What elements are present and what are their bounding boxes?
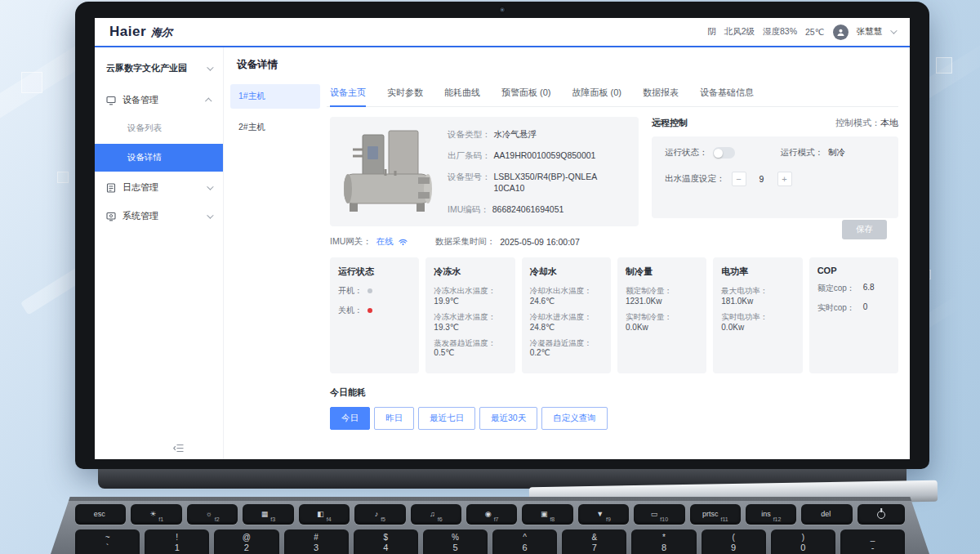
keyboard-key[interactable]: prtscf11 xyxy=(690,504,741,525)
metric-value: 0.2℃ xyxy=(530,348,603,357)
run-mode-value: 制冷 xyxy=(828,147,845,159)
energy-title: 今日能耗 xyxy=(330,386,898,399)
imu-gateway-status: 在线 xyxy=(376,236,394,248)
device-item[interactable]: 2#主机 xyxy=(230,115,320,140)
card-title: 电功率 xyxy=(721,266,794,278)
keyboard-key[interactable]: #3 xyxy=(284,529,349,554)
run-state-toggle[interactable] xyxy=(713,147,735,159)
log-management-icon xyxy=(106,183,116,193)
keyboard-key[interactable]: esc xyxy=(75,504,126,525)
keyboard-key[interactable]: &7 xyxy=(562,529,626,554)
tab[interactable]: 设备主页 xyxy=(330,79,366,106)
haier-logo: Haier 海尔 xyxy=(109,24,172,40)
keyboard-key[interactable]: )0 xyxy=(771,529,835,554)
keyboard-key[interactable]: ◧f4 xyxy=(299,504,350,525)
logo-text-en: Haier xyxy=(109,24,146,40)
main-content: 设备详情 1#主机2#主机 设备主页实时参数能耗曲线预警面板 (0)故障面板 (… xyxy=(224,47,910,459)
sidebar-item-device-management[interactable]: 设备管理 xyxy=(95,86,223,114)
metric-value: 6.8 xyxy=(863,283,875,294)
sidebar-item-system-management[interactable]: 系统管理 xyxy=(95,202,223,230)
imu-gateway-label: IMU网关： xyxy=(330,236,372,248)
keyboard-key[interactable]: !1 xyxy=(145,529,209,554)
keyboard-key[interactable]: ☼f2 xyxy=(187,504,238,525)
temp-set-value: 9 xyxy=(751,174,773,184)
sidebar-item-log-management[interactable]: 日志管理 xyxy=(95,173,223,202)
energy-range-button[interactable]: 自定义查询 xyxy=(541,407,608,430)
keyboard-key[interactable]: $4 xyxy=(354,529,418,554)
temp-decrease-button[interactable]: − xyxy=(732,172,746,186)
metric-value: 0.0Kw xyxy=(721,323,794,332)
keyboard-key[interactable]: ▭f10 xyxy=(634,504,684,525)
keyboard-key[interactable]: ▼f9 xyxy=(578,504,629,525)
keyboard-key[interactable]: *8 xyxy=(631,529,696,554)
remote-control-panel: 远程控制 控制模式：本地 运行状态： xyxy=(652,117,898,226)
weather-humidity: 湿度83% xyxy=(763,26,797,38)
tab[interactable]: 故障面板 (0) xyxy=(572,79,622,106)
run-mode-label: 运行模式： xyxy=(781,147,824,159)
card-electric-power: 电功率 最大电功率： 181.0Kw 实时电功率： 0.0Kw xyxy=(713,257,802,373)
metric-label: 实时电功率： xyxy=(721,311,794,323)
keyboard-key[interactable]: (9 xyxy=(702,529,766,554)
keyboard-key[interactable]: %5 xyxy=(423,529,488,554)
card-cooling-water: 冷却水 冷却水出水温度： 24.6℃ 冷却水进水温度： 24.8℃ 冷凝器趋近温… xyxy=(522,257,611,373)
imu-code-value: 866824061694051 xyxy=(492,203,564,215)
remote-control-card: 运行状态： 运行模式： 制冷 xyxy=(652,136,898,218)
power-icon xyxy=(877,511,885,519)
user-avatar[interactable] xyxy=(833,25,849,40)
imu-code-label: IMU编码： xyxy=(448,203,489,215)
keyboard-key[interactable]: ~` xyxy=(75,529,140,554)
status-dot-red xyxy=(368,308,372,313)
energy-range-button[interactable]: 最近30天 xyxy=(479,407,537,430)
keyboard-key[interactable]: del xyxy=(801,504,852,525)
metric-value: 181.0Kw xyxy=(721,297,794,306)
water-temp-set-label: 出水温度设定： xyxy=(665,173,725,185)
tab-bar: 设备主页实时参数能耗曲线预警面板 (0)故障面板 (0)数据报表设备基础信息 xyxy=(327,79,898,107)
card-title: 制冷量 xyxy=(626,266,698,278)
sidebar-org-selector[interactable]: 云豚数字文化产业园 xyxy=(95,57,223,86)
sidebar-collapse-button[interactable] xyxy=(173,444,184,453)
weather-wind: 北风2级 xyxy=(724,26,755,38)
weather-temperature: 25℃ xyxy=(805,27,824,37)
logo-text-cn: 海尔 xyxy=(151,25,172,40)
device-item[interactable]: 1#主机 xyxy=(230,84,320,109)
laptop-screen-bezel: Haier 海尔 阴 北风2级 湿度83% 25℃ 张慧慧 xyxy=(75,2,929,469)
factory-barcode-value: AA19HR0010059Q850001 xyxy=(494,150,596,161)
tab[interactable]: 实时参数 xyxy=(387,79,423,106)
tab[interactable]: 预警面板 (0) xyxy=(501,79,551,106)
keyboard-key[interactable]: insf12 xyxy=(746,504,796,525)
sidebar-item-label: 日志管理 xyxy=(122,181,158,194)
laptop-keyboard-deck: esc☀f1☼f2▦f3◧f4♪f5♫f6◉f7▣f8▼f9▭f10prtscf… xyxy=(51,497,929,554)
temp-increase-button[interactable]: + xyxy=(777,172,792,186)
energy-range-button[interactable]: 最近七日 xyxy=(418,407,475,430)
keyboard-key[interactable]: @2 xyxy=(214,529,278,554)
metric-label: 额定cop： xyxy=(817,283,855,294)
power-key[interactable] xyxy=(858,504,905,525)
metric-value: 0 xyxy=(863,302,868,314)
energy-range-button[interactable]: 昨日 xyxy=(374,407,414,430)
keyboard-key[interactable]: _- xyxy=(840,529,905,554)
run-state-label: 运行状态： xyxy=(665,147,708,159)
user-name[interactable]: 张慧慧 xyxy=(857,26,883,38)
chevron-down-icon[interactable] xyxy=(890,27,897,34)
app-body: 云豚数字文化产业园 设备管理 设备列表 设备详情 xyxy=(95,47,910,459)
keyboard-key[interactable]: ♪f5 xyxy=(354,504,405,525)
save-button[interactable]: 保存 xyxy=(842,220,887,239)
device-type-label: 设备类型： xyxy=(448,128,491,140)
keyboard-key[interactable]: ◉f7 xyxy=(466,504,517,525)
keyboard-key[interactable]: ^6 xyxy=(492,529,557,554)
tab[interactable]: 数据报表 xyxy=(643,79,679,106)
tab[interactable]: 设备基础信息 xyxy=(700,79,754,106)
card-title: 冷却水 xyxy=(530,266,603,278)
energy-range-button[interactable]: 今日 xyxy=(330,407,370,430)
sidebar-item-device-detail[interactable]: 设备详情 xyxy=(95,144,223,172)
keyboard-key[interactable]: ☀f1 xyxy=(131,504,181,525)
tab[interactable]: 能耗曲线 xyxy=(444,79,480,106)
keyboard-function-row: esc☀f1☼f2▦f3◧f4♪f5♫f6◉f7▣f8▼f9▭f10prtscf… xyxy=(75,504,905,525)
system-management-icon xyxy=(106,212,116,221)
keyboard-key[interactable]: ▣f8 xyxy=(522,504,572,525)
device-management-icon xyxy=(106,96,116,105)
sidebar-item-device-list[interactable]: 设备列表 xyxy=(95,114,223,142)
tab-content: 设备类型：水冷气悬浮 出厂条码：AA19HR0010059Q850001 设备型… xyxy=(327,107,898,459)
keyboard-key[interactable]: ▦f3 xyxy=(243,504,293,525)
keyboard-key[interactable]: ♫f6 xyxy=(411,504,461,525)
